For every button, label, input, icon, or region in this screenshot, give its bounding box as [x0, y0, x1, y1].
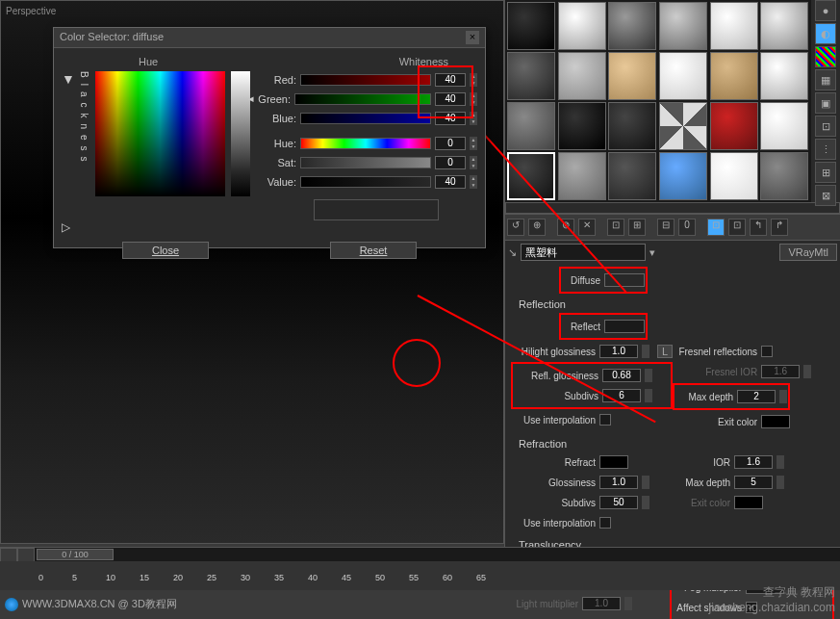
spinner[interactable]	[776, 455, 784, 469]
glossiness-value[interactable]: 1.0	[599, 476, 638, 489]
material-slot[interactable]	[608, 152, 656, 200]
value-value[interactable]: 40	[435, 175, 466, 189]
material-slot[interactable]	[710, 152, 758, 200]
red-slider[interactable]	[300, 74, 431, 86]
make-copy-icon[interactable]: ⊡	[607, 219, 624, 236]
hue-value[interactable]: 0	[435, 137, 466, 150]
green-spinner[interactable]: ▲▼	[470, 92, 477, 106]
material-type-button[interactable]: VRayMtl	[779, 244, 837, 261]
time-slider[interactable]: 0 / 100	[0, 548, 840, 561]
value-spinner[interactable]: ▲▼	[470, 175, 477, 189]
show-in-viewport-icon[interactable]: ⊡	[707, 219, 725, 236]
material-slot[interactable]	[710, 52, 758, 100]
show-end-result-icon[interactable]: ⊡	[728, 219, 746, 236]
lock-button[interactable]: L	[657, 345, 673, 358]
red-value[interactable]: 40	[435, 73, 466, 87]
time-slider-thumb[interactable]: 0 / 100	[37, 549, 114, 560]
put-to-scene-icon[interactable]: ⊕	[528, 219, 546, 236]
interp-check[interactable]	[599, 414, 611, 426]
reset-button[interactable]: Reset	[330, 242, 417, 259]
globe-icon	[5, 598, 18, 611]
put-to-library-icon[interactable]: ⊟	[657, 219, 675, 236]
blue-spinner[interactable]: ▲▼	[470, 112, 477, 125]
material-slot[interactable]	[608, 52, 656, 100]
spinner[interactable]	[645, 369, 652, 382]
material-slot[interactable]	[608, 2, 656, 50]
fresnel-check[interactable]	[761, 346, 773, 357]
green-value[interactable]: 40	[435, 92, 466, 106]
get-material-icon[interactable]: ↺	[507, 219, 524, 236]
sat-value[interactable]: 0	[435, 156, 466, 169]
maxdepth-value[interactable]: 2	[737, 390, 776, 403]
make-unique-icon[interactable]: ⊞	[628, 219, 646, 236]
material-slot[interactable]	[608, 102, 656, 150]
pick-material-icon[interactable]: ↘	[508, 246, 517, 259]
delete-icon[interactable]: ✕	[578, 219, 596, 236]
close-icon[interactable]: ×	[466, 31, 479, 44]
material-slot[interactable]	[659, 2, 707, 50]
material-slot[interactable]	[558, 152, 606, 200]
material-slot[interactable]	[659, 152, 707, 200]
material-slot[interactable]	[558, 2, 606, 50]
refl-gloss-value[interactable]: 0.68	[602, 369, 641, 382]
video-check-icon[interactable]: ▣	[815, 92, 836, 114]
hue-slider[interactable]	[300, 138, 431, 149]
go-forward-icon[interactable]: ↱	[771, 219, 788, 236]
spinner[interactable]	[776, 476, 784, 489]
ref-subdivs-value[interactable]: 50	[599, 496, 638, 509]
material-slot[interactable]	[760, 102, 808, 150]
tick: 30	[241, 573, 250, 582]
hilight-gloss-value[interactable]: 1.0	[599, 345, 638, 358]
sat-slider[interactable]	[300, 157, 431, 168]
material-slot-selected[interactable]	[507, 152, 555, 200]
close-button[interactable]: Close	[122, 242, 209, 259]
go-to-parent-icon[interactable]: ↰	[750, 219, 767, 236]
material-slot[interactable]	[760, 152, 808, 200]
ref-maxdepth-value[interactable]: 5	[734, 476, 773, 489]
reflect-swatch[interactable]	[604, 320, 645, 333]
dialog-titlebar[interactable]: Color Selector: diffuse ×	[54, 28, 485, 48]
background-icon[interactable]	[815, 46, 836, 67]
select-by-material-icon[interactable]: ⊞	[815, 162, 836, 183]
value-slider[interactable]	[300, 176, 431, 188]
backlight-icon[interactable]: ◐	[815, 23, 836, 44]
spinner[interactable]	[642, 476, 649, 489]
ref-interp-check[interactable]	[599, 517, 611, 529]
red-spinner[interactable]: ▲▼	[470, 73, 477, 87]
hue-spinner[interactable]: ▲▼	[470, 137, 477, 150]
spinner	[624, 597, 632, 610]
refract-swatch[interactable]	[599, 455, 628, 469]
material-slot[interactable]	[760, 2, 808, 50]
material-map-navigator-icon[interactable]: ⊠	[815, 185, 836, 206]
material-slot[interactable]	[659, 52, 707, 100]
sample-uv-icon[interactable]: ▦	[815, 69, 836, 90]
blue-slider[interactable]	[300, 113, 431, 124]
spinner[interactable]	[642, 345, 649, 358]
exitcolor-swatch[interactable]	[761, 415, 790, 428]
blue-label: Blue:	[256, 113, 296, 124]
material-slot[interactable]	[558, 52, 606, 100]
tick: 20	[173, 573, 183, 582]
sat-spinner[interactable]: ▲▼	[470, 156, 477, 169]
hue-gradient-picker[interactable]	[95, 71, 225, 196]
options-icon[interactable]: ⋮	[815, 139, 836, 160]
blue-value[interactable]: 40	[435, 112, 466, 125]
material-slot[interactable]	[710, 102, 758, 150]
spinner[interactable]	[645, 389, 652, 402]
material-slot[interactable]	[760, 52, 808, 100]
whiteness-slider[interactable]	[231, 71, 250, 196]
material-slot[interactable]	[507, 52, 555, 100]
sample-type-icon[interactable]: ●	[815, 0, 836, 21]
material-id-icon[interactable]: 0	[678, 219, 696, 236]
spinner[interactable]	[642, 496, 649, 509]
material-slot[interactable]	[710, 2, 758, 50]
material-slot[interactable]	[507, 2, 555, 50]
spinner[interactable]	[779, 390, 787, 403]
green-slider[interactable]	[294, 93, 431, 105]
ior-value[interactable]: 1.6	[734, 455, 773, 469]
material-slot[interactable]	[507, 102, 555, 150]
preview-icon[interactable]: ⊡	[815, 116, 836, 137]
material-slot[interactable]	[558, 102, 606, 150]
dropdown-icon[interactable]: ▾	[649, 246, 655, 259]
material-slot[interactable]	[659, 102, 707, 150]
